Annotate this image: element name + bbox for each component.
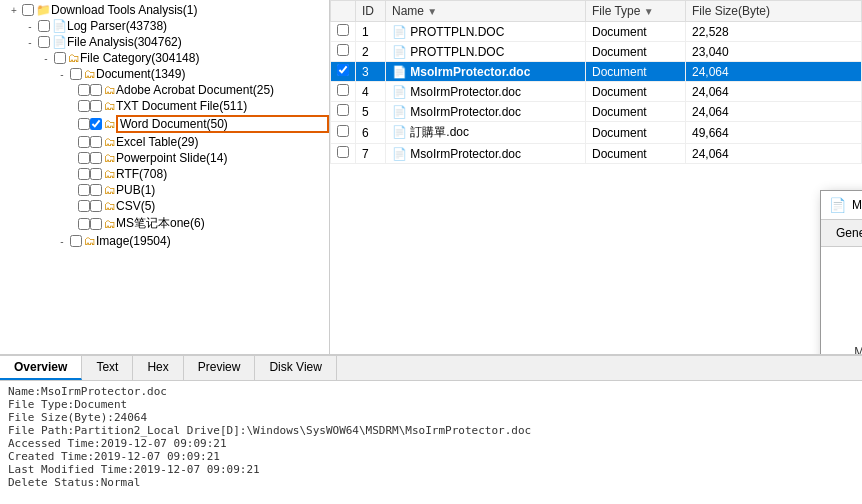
col-type[interactable]: File Type ▼ (586, 1, 686, 22)
label-adobe: Adobe Acrobat Document(25) (116, 83, 329, 97)
label-download: Download Tools Analysis(1) (51, 3, 329, 17)
check-fc[interactable] (54, 52, 66, 64)
tree-item-fileanalysis[interactable]: - 📄 File Analysis(304762) (0, 34, 329, 50)
tab-overview[interactable]: Overview (0, 356, 82, 380)
tree-item-image[interactable]: - 🗂 Image(19504) (0, 233, 329, 249)
tree-item-txt[interactable]: 🗂 TXT Document File(511) (0, 98, 329, 114)
row-size: 24,064 (686, 102, 862, 122)
tree-item-rtf[interactable]: 🗂 RTF(708) (0, 166, 329, 182)
check-word2[interactable] (90, 118, 102, 130)
table-row[interactable]: 2 📄 PROTTPLN.DOC Document 23,040 (331, 42, 862, 62)
bottom-tabs: Overview Text Hex Preview Disk View (0, 356, 862, 381)
col-id[interactable]: ID (356, 1, 386, 22)
toggle-fa[interactable]: - (22, 37, 38, 48)
row-checkbox[interactable] (331, 62, 356, 82)
label-img: Image(19504) (96, 234, 329, 248)
row-name: 📄 訂購單.doc (386, 122, 586, 144)
toggle-fc[interactable]: - (38, 53, 54, 64)
check-txt[interactable] (78, 100, 90, 112)
dialog-body: Title: Subject: Author: Ma (821, 247, 862, 354)
row-name: 📄 MsoIrmProtector.doc (386, 144, 586, 164)
file-icon: 📄 (392, 25, 407, 39)
tree-item-ppt[interactable]: 🗂 Powerpoint Slide(14) (0, 150, 329, 166)
check-rtf[interactable] (78, 168, 90, 180)
table-row[interactable]: 6 📄 訂購單.doc Document 49,664 (331, 122, 862, 144)
row-type: Document (586, 42, 686, 62)
check-pub2[interactable] (90, 184, 102, 196)
col-size[interactable]: File Size(Byte) (686, 1, 862, 22)
check-excel[interactable] (78, 136, 90, 148)
tree-item-excel[interactable]: 🗂 Excel Table(29) (0, 134, 329, 150)
row-checkbox[interactable] (331, 122, 356, 144)
check-txt2[interactable] (90, 100, 102, 112)
tree-item-logparser[interactable]: - 📄 Log Parser(43738) (0, 18, 329, 34)
check-pub[interactable] (78, 184, 90, 196)
tree-item-csv[interactable]: 🗂 CSV(5) (0, 198, 329, 214)
table-row[interactable]: 1 📄 PROTTPLN.DOC Document 22,528 (331, 22, 862, 42)
icon-fc: 🗂 (68, 51, 80, 65)
check-csv[interactable] (78, 200, 90, 212)
tab-text[interactable]: Text (82, 356, 133, 380)
dialog-title-icon: 📄 (829, 197, 846, 213)
icon-img: 🗂 (84, 234, 96, 248)
form-row-title: Title: (833, 257, 862, 279)
check-ms[interactable] (78, 218, 90, 230)
property-dialog: 📄 MsoIrmProtector.doc Property ✕ General… (820, 190, 862, 354)
tree-item-adobe[interactable]: 🗂 Adobe Acrobat Document(25) (0, 82, 329, 98)
check-doc[interactable] (70, 68, 82, 80)
table-row[interactable]: 4 📄 MsoIrmProtector.doc Document 24,064 (331, 82, 862, 102)
author-label: Author: (833, 317, 862, 331)
row-checkbox[interactable] (331, 82, 356, 102)
check-adobe2[interactable] (90, 84, 102, 96)
check-download[interactable] (22, 4, 34, 16)
check-ppt[interactable] (78, 152, 90, 164)
check-fa[interactable] (38, 36, 50, 48)
tab-general[interactable]: General (821, 220, 862, 246)
tree-item-pub[interactable]: 🗂 PUB(1) (0, 182, 329, 198)
tree-item-word[interactable]: 🗂 Word Document(50) (0, 114, 329, 134)
tab-diskview[interactable]: Disk View (255, 356, 336, 380)
bottom-panel: Overview Text Hex Preview Disk View Name… (0, 354, 862, 504)
row-type: Document (586, 102, 686, 122)
check-img[interactable] (70, 235, 82, 247)
table-row[interactable]: 5 📄 MsoIrmProtector.doc Document 24,064 (331, 102, 862, 122)
check-word[interactable] (78, 118, 90, 130)
toggle-log[interactable]: - (22, 21, 38, 32)
label-rtf: RTF(708) (116, 167, 329, 181)
toggle-download[interactable]: + (6, 5, 22, 16)
toggle-img[interactable]: - (54, 236, 70, 247)
row-checkbox[interactable] (331, 42, 356, 62)
check-ppt2[interactable] (90, 152, 102, 164)
icon-pub: 🗂 (104, 183, 116, 197)
row-checkbox[interactable] (331, 102, 356, 122)
sort-name-icon: ▼ (427, 6, 437, 17)
check-log[interactable] (38, 20, 50, 32)
check-adobe[interactable] (78, 84, 90, 96)
file-icon: 📄 (392, 65, 407, 79)
col-name[interactable]: Name ▼ (386, 1, 586, 22)
tab-hex[interactable]: Hex (133, 356, 183, 380)
check-csv2[interactable] (90, 200, 102, 212)
row-id: 2 (356, 42, 386, 62)
check-rtf2[interactable] (90, 168, 102, 180)
check-excel2[interactable] (90, 136, 102, 148)
label-pub: PUB(1) (116, 183, 329, 197)
dialog-title-text: MsoIrmProtector.doc Property (852, 198, 862, 212)
icon-txt: 🗂 (104, 99, 116, 113)
row-id: 6 (356, 122, 386, 144)
tab-preview[interactable]: Preview (184, 356, 256, 380)
tree-item-document[interactable]: - 🗂 Document(1349) (0, 66, 329, 82)
check-ms2[interactable] (90, 218, 102, 230)
table-row[interactable]: 7 📄 MsoIrmProtector.doc Document 24,064 (331, 144, 862, 164)
row-checkbox[interactable] (331, 144, 356, 164)
dialog-title-bar: 📄 MsoIrmProtector.doc Property ✕ (821, 191, 862, 220)
icon-word: 🗂 (104, 117, 116, 131)
tree-item-download[interactable]: + 📁 Download Tools Analysis(1) (0, 2, 329, 18)
bottom-content: Name:MsoIrmProtector.doc File Type:Docum… (0, 381, 862, 504)
row-checkbox[interactable] (331, 22, 356, 42)
table-row[interactable]: 3 📄 MsoIrmProtector.doc Document 24,064 (331, 62, 862, 82)
label-doc: Document(1349) (96, 67, 329, 81)
tree-item-msnote[interactable]: 🗂 MS笔记本one(6) (0, 214, 329, 233)
toggle-doc[interactable]: - (54, 69, 70, 80)
tree-item-filecategory[interactable]: - 🗂 File Category(304148) (0, 50, 329, 66)
